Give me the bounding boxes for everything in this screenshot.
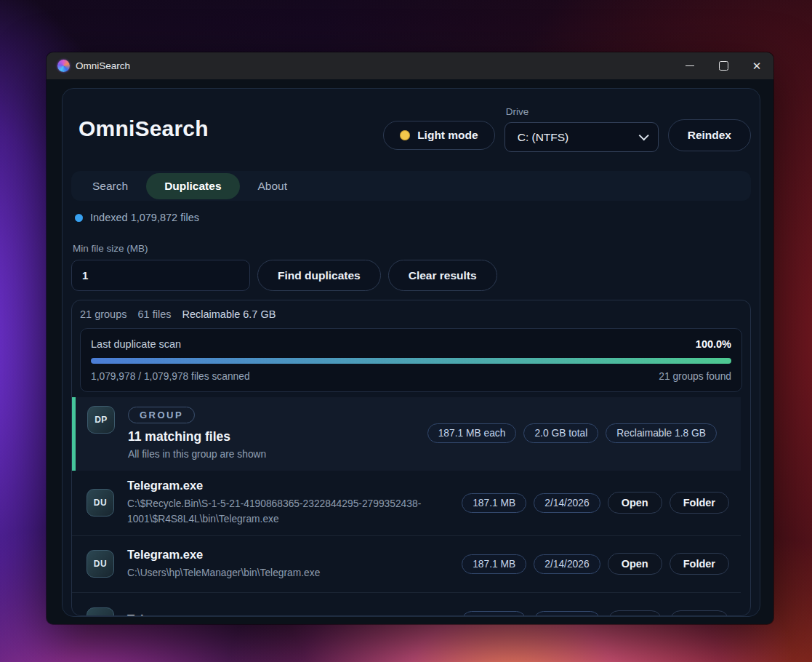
- desktop-wallpaper: { "window": { "title": "OmniSearch" }, "…: [0, 0, 812, 662]
- scan-files-scanned: 1,079,978 / 1,079,978 files scanned: [91, 371, 250, 382]
- header-controls: Light mode Drive C: (NTFS) Reindex: [383, 106, 751, 152]
- group-subtitle: All files in this group are shown: [128, 449, 266, 460]
- title-bar: OmniSearch ✕: [47, 52, 773, 79]
- reclaimable-total: Reclaimable 6.7 GB: [182, 308, 276, 320]
- file-row: DU Telegram.exe C:\Users\hp\TeleManager\…: [72, 536, 741, 593]
- results-stats: 21 groups 61 files Reclaimable 6.7 GB: [72, 300, 750, 326]
- maximize-icon: [719, 61, 728, 71]
- results-panel: 21 groups 61 files Reclaimable 6.7 GB La…: [71, 300, 751, 616]
- drive-label: Drive: [506, 106, 659, 117]
- app-window: OmniSearch ✕ OmniSearch Light mode Drive: [47, 52, 773, 624]
- light-mode-toggle[interactable]: Light mode: [383, 121, 495, 150]
- app-body: OmniSearch Light mode Drive C: (NTFS): [47, 79, 773, 624]
- file-badge: DU: [87, 489, 114, 517]
- app-logo-icon[interactable]: [57, 60, 70, 72]
- file-name: Telegram.exe: [127, 613, 203, 615]
- group-size-each-pill: 187.1 MB each: [427, 423, 517, 443]
- tab-about[interactable]: About: [240, 173, 306, 199]
- indexed-files-text: Indexed 1,079,872 files: [90, 212, 199, 223]
- page-title: OmniSearch: [79, 116, 209, 141]
- open-folder-button[interactable]: Folder: [670, 492, 729, 514]
- files-count: 61 files: [138, 308, 172, 320]
- find-duplicates-button[interactable]: Find duplicates: [257, 260, 381, 291]
- filter-row: Find duplicates Clear results: [71, 260, 751, 291]
- file-size-pill: 187.1 MB: [462, 554, 526, 574]
- min-size-label: Min file size (MB): [73, 243, 751, 254]
- scan-progress-card: Last duplicate scan 100.0% 1,079,978 / 1…: [80, 328, 742, 392]
- open-file-button[interactable]: Open: [608, 610, 662, 615]
- maximize-button[interactable]: [707, 52, 740, 79]
- group-reclaimable-pill: Reclaimable 1.8 GB: [606, 423, 717, 443]
- file-info: Telegram.exe C:\Users\hp\TeleManager\bin…: [127, 548, 320, 581]
- open-file-button[interactable]: Open: [608, 553, 662, 575]
- close-icon: ✕: [752, 60, 762, 71]
- file-path: C:\Users\hp\TeleManager\bin\Telegram.exe: [127, 565, 320, 581]
- app-surface: OmniSearch Light mode Drive C: (NTFS): [62, 88, 760, 617]
- group-size-total-pill: 2.0 GB total: [523, 423, 598, 443]
- scan-title: Last duplicate scan: [91, 338, 181, 350]
- minimize-button[interactable]: [673, 52, 707, 79]
- file-path: C:\$Recycle.Bin\S-1-5-21-4190868365-2322…: [127, 496, 462, 527]
- clear-results-button[interactable]: Clear results: [388, 260, 497, 291]
- file-size-pill: 187.1 MB: [462, 493, 526, 513]
- group-title: 11 matching files: [128, 429, 230, 444]
- tab-search[interactable]: Search: [74, 173, 146, 199]
- file-badge: DU: [87, 550, 114, 578]
- group-tag-pill: GROUP: [128, 407, 195, 423]
- status-dot-icon: [75, 214, 83, 222]
- file-row: DU Telegram.exe 187.1 MB 2/14/2026 Open …: [72, 593, 741, 615]
- close-button[interactable]: ✕: [740, 52, 773, 79]
- file-controls: 187.1 MB 2/14/2026 Open Folder: [462, 492, 729, 514]
- drive-select-wrap: C: (NTFS): [505, 122, 659, 152]
- file-row: DU Telegram.exe C:\$Recycle.Bin\S-1-5-21…: [72, 471, 741, 536]
- file-info: Telegram.exe: [127, 613, 203, 615]
- group-main: GROUP 11 matching files All files in thi…: [128, 406, 266, 460]
- scan-groups-found: 21 groups found: [659, 371, 731, 382]
- reindex-button[interactable]: Reindex: [668, 119, 751, 151]
- app-header: OmniSearch Light mode Drive C: (NTFS): [71, 106, 751, 152]
- drive-group: Drive C: (NTFS): [505, 106, 659, 152]
- open-file-button[interactable]: Open: [608, 492, 662, 514]
- group-badge: DP: [87, 406, 115, 434]
- window-title: OmniSearch: [76, 60, 130, 71]
- file-controls: 187.1 MB 2/14/2026 Open Folder: [462, 610, 729, 615]
- file-info: Telegram.exe C:\$Recycle.Bin\S-1-5-21-41…: [127, 479, 462, 527]
- group-pills: 187.1 MB each 2.0 GB total Reclaimable 1…: [427, 406, 729, 460]
- drive-select[interactable]: C: (NTFS): [505, 122, 659, 152]
- open-folder-button[interactable]: Folder: [670, 553, 729, 575]
- scan-progress-bar: [91, 358, 731, 364]
- minimize-icon: [686, 65, 694, 66]
- open-folder-button[interactable]: Folder: [670, 610, 729, 615]
- file-date-pill: 2/14/2026: [534, 554, 600, 574]
- light-mode-dot-icon: [400, 130, 410, 140]
- file-date-pill: 2/14/2026: [534, 493, 600, 513]
- results-list[interactable]: DP GROUP 11 matching files All files in …: [72, 397, 741, 615]
- light-mode-label: Light mode: [417, 129, 478, 142]
- scan-percent: 100.0%: [696, 338, 731, 350]
- group-header-row: DP GROUP 11 matching files All files in …: [72, 397, 741, 471]
- file-name: Telegram.exe: [127, 548, 320, 562]
- file-controls: 187.1 MB 2/14/2026 Open Folder: [462, 553, 729, 575]
- tab-bar: Search Duplicates About: [71, 171, 751, 201]
- groups-count: 21 groups: [80, 308, 127, 320]
- index-status: Indexed 1,079,872 files: [75, 212, 751, 223]
- tab-duplicates[interactable]: Duplicates: [146, 173, 239, 199]
- file-size-pill: 187.1 MB: [462, 611, 526, 615]
- min-size-input[interactable]: [71, 260, 250, 291]
- file-badge: DU: [87, 607, 114, 615]
- file-date-pill: 2/14/2026: [534, 611, 600, 615]
- file-name: Telegram.exe: [127, 479, 462, 492]
